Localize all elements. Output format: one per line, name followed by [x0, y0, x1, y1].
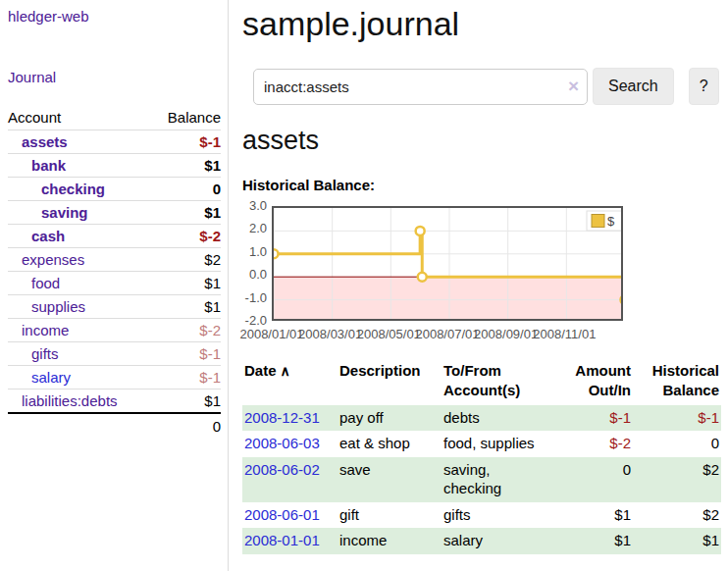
- data-point-marker[interactable]: [621, 295, 624, 304]
- chart-legend: $: [587, 211, 622, 231]
- data-point-marker[interactable]: [418, 273, 427, 282]
- main-content: sample.journal × Search ? assets Histori…: [229, 0, 728, 571]
- account-balance: $1: [151, 154, 221, 178]
- transaction-row: 2008-06-02 save saving, checking 0 $2: [242, 457, 721, 502]
- accounts-table-body: assets $-1 bank $1 checking 0 saving $1 …: [8, 130, 221, 414]
- account-link[interactable]: assets: [22, 133, 68, 150]
- y-tick-label: 1.0: [240, 244, 267, 259]
- account-row: saving $1: [8, 201, 221, 225]
- account-balance: 0: [151, 178, 221, 201]
- transaction-row: 2008-06-01 gift gifts $1 $2: [242, 502, 721, 529]
- column-header-accounts: To/From Account(s): [442, 359, 557, 405]
- data-point-marker[interactable]: [416, 227, 425, 235]
- help-button[interactable]: ?: [689, 68, 719, 105]
- y-tick-label: 3.0: [240, 198, 267, 213]
- sidebar-item-journal[interactable]: Journal: [8, 69, 221, 85]
- date-header-label: Date: [244, 362, 277, 379]
- x-tick-label: 2008/11/01: [530, 327, 598, 341]
- transaction-amount: 0: [557, 457, 633, 502]
- account-balance: $2: [151, 248, 221, 272]
- transaction-amount: $1: [557, 528, 633, 554]
- account-link[interactable]: checking: [41, 181, 105, 197]
- account-link[interactable]: salary: [31, 369, 71, 386]
- clear-search-icon[interactable]: ×: [568, 76, 579, 97]
- column-header-description: Description: [338, 359, 442, 405]
- transaction-description: income: [338, 528, 442, 554]
- transaction-date-link[interactable]: 2008-06-01: [244, 506, 320, 523]
- account-balance: $-2: [151, 225, 221, 248]
- search-button[interactable]: Search: [593, 68, 674, 105]
- account-link[interactable]: liabilities:debts: [22, 392, 118, 409]
- transaction-accounts: saving, checking: [442, 457, 557, 502]
- transaction-description: eat & shop: [338, 431, 442, 457]
- account-balance: $-1: [151, 366, 221, 389]
- y-tick-label: 0.0: [240, 267, 267, 282]
- account-balance: $1: [151, 201, 221, 225]
- account-balance: $1: [151, 295, 221, 319]
- account-link[interactable]: supplies: [31, 298, 85, 315]
- account-link[interactable]: income: [22, 322, 69, 338]
- transaction-accounts: gifts: [442, 502, 557, 529]
- account-row: assets $-1: [8, 130, 221, 154]
- search-input[interactable]: [253, 69, 588, 105]
- account-row: food $1: [8, 272, 221, 295]
- transaction-balance: $1: [633, 528, 721, 554]
- column-header-date[interactable]: Date∧: [242, 359, 338, 405]
- transaction-balance: $2: [633, 457, 721, 502]
- transaction-date-link[interactable]: 2008-12-31: [244, 409, 320, 426]
- account-link[interactable]: cash: [31, 228, 65, 244]
- account-balance: $-1: [151, 342, 221, 366]
- account-row: checking 0: [8, 178, 221, 201]
- app-brand-link[interactable]: hledger-web: [8, 8, 221, 25]
- accounts-total-row: 0: [8, 413, 221, 439]
- transaction-row: 2008-06-03 eat & shop food, supplies $-2…: [242, 431, 721, 457]
- data-point-marker[interactable]: [272, 249, 279, 258]
- historical-balance-chart: 3.02.01.00.0-1.0-2.0 $ 2008/01/012008/03…: [242, 201, 713, 344]
- chart-svg: $: [272, 206, 623, 321]
- page-title: sample.journal: [242, 5, 728, 43]
- account-link[interactable]: bank: [31, 157, 66, 174]
- accounts-table: Account Balance assets $-1 bank $1 check…: [8, 106, 221, 439]
- transaction-date-link[interactable]: 2008-06-03: [244, 435, 320, 451]
- account-row: salary $-1: [8, 366, 221, 389]
- transaction-date-link[interactable]: 2008-06-02: [244, 461, 320, 478]
- search-form: × Search ?: [242, 68, 728, 105]
- negative-region: [274, 277, 623, 321]
- account-link[interactable]: saving: [41, 204, 88, 221]
- account-link[interactable]: food: [31, 275, 60, 291]
- account-row: cash $-2: [8, 225, 221, 248]
- accounts-header-balance: Balance: [151, 106, 221, 130]
- accounts-total-value: 0: [151, 413, 221, 439]
- transaction-accounts: food, supplies: [442, 431, 557, 457]
- transaction-description: save: [338, 457, 442, 502]
- account-balance: $-1: [151, 130, 221, 154]
- chart-plot-area[interactable]: $: [272, 206, 623, 321]
- transaction-row: 2008-01-01 income salary $1 $1: [242, 528, 721, 554]
- transaction-description: pay off: [338, 405, 442, 432]
- account-link[interactable]: expenses: [22, 251, 84, 268]
- y-tick-label: -2.0: [240, 313, 267, 328]
- accounts-header-account: Account: [8, 106, 151, 130]
- account-link[interactable]: gifts: [31, 345, 59, 362]
- legend-swatch: [592, 215, 604, 228]
- transaction-description: gift: [338, 502, 442, 529]
- transaction-date-link[interactable]: 2008-01-01: [244, 532, 320, 548]
- chart-title: Historical Balance:: [242, 177, 728, 193]
- column-header-amount: Amount Out/In: [557, 359, 633, 405]
- transaction-amount: $1: [557, 502, 633, 529]
- account-row: expenses $2: [8, 248, 221, 272]
- accounts-total-spacer: [8, 413, 151, 439]
- account-row: liabilities:debts $1: [8, 389, 221, 414]
- transaction-accounts: debts: [442, 405, 557, 432]
- account-row: gifts $-1: [8, 342, 221, 366]
- sidebar: hledger-web Journal Account Balance asse…: [0, 0, 229, 571]
- transaction-balance: 0: [633, 431, 721, 457]
- account-row: bank $1: [8, 154, 221, 178]
- transaction-balance: $-1: [633, 405, 721, 432]
- account-balance: $-2: [151, 319, 221, 342]
- y-tick-label: 2.0: [240, 221, 267, 235]
- transactions-table-body: 2008-12-31 pay off debts $-1 $-1 2008-06…: [242, 405, 721, 555]
- account-row: supplies $1: [8, 295, 221, 319]
- legend-label: $: [607, 214, 615, 229]
- transaction-accounts: salary: [442, 528, 557, 554]
